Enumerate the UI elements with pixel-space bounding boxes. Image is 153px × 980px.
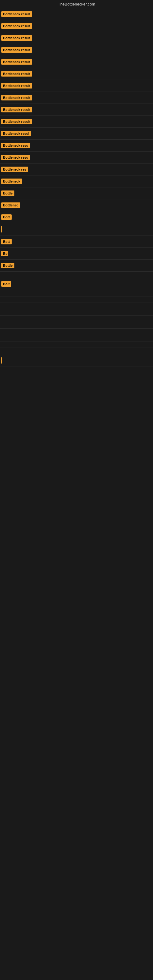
- bottleneck-badge: Bottle: [1, 191, 14, 196]
- bottleneck-badge: Bott: [1, 239, 12, 244]
- cursor-indicator-2: [1, 357, 2, 364]
- list-item: Bottleneck result: [0, 68, 153, 80]
- list-item: [0, 223, 153, 236]
- list-item: Bottleneck result: [0, 8, 153, 20]
- list-item: [0, 303, 153, 309]
- bottleneck-badge: Bottleneck result: [1, 119, 32, 124]
- list-item: Bolt: [0, 278, 153, 290]
- list-item: Bottleneck res: [0, 164, 153, 175]
- cursor-indicator: [1, 226, 2, 232]
- list-item: Bottleneck result: [0, 104, 153, 116]
- list-item: Bottleneck resu: [0, 151, 153, 164]
- list-item: [0, 309, 153, 316]
- list-item: Bottleneck: [0, 175, 153, 188]
- bottleneck-badge: Bolt: [1, 281, 11, 286]
- list-item: Bottleneck result: [0, 20, 153, 32]
- bottleneck-badge: Bottlenec: [1, 202, 20, 208]
- bottleneck-badge: Bott: [1, 215, 12, 220]
- bottleneck-badge: Bottleneck resu: [1, 143, 30, 148]
- list-item: Bottleneck result: [0, 56, 153, 68]
- list-item: Bottleneck resul: [0, 128, 153, 140]
- list-item: Bottleneck resu: [0, 140, 153, 151]
- bottleneck-badge: Bo: [1, 251, 8, 256]
- bottleneck-badge: Bottleneck resul: [1, 131, 31, 136]
- list-item: Bottlenec: [0, 199, 153, 211]
- list-item: [0, 290, 153, 296]
- bottleneck-badge: Bottleneck: [1, 178, 22, 184]
- list-item: [0, 354, 153, 367]
- list-item: Bottleneck result: [0, 44, 153, 56]
- list-item: Bottle: [0, 188, 153, 199]
- bottleneck-badge: Bottleneck result: [1, 47, 32, 52]
- bottleneck-badge: Bottleneck result: [1, 35, 32, 41]
- list-item: Bo: [0, 248, 153, 260]
- bottleneck-badge: Bottleneck result: [1, 71, 32, 76]
- bottleneck-badge: Bottleneck resu: [1, 155, 30, 160]
- bottleneck-badge: Bottleneck res: [1, 167, 28, 172]
- list-item: Bottle: [0, 260, 153, 272]
- bottleneck-badge: Bottleneck result: [1, 83, 32, 89]
- list-item: Bottleneck result: [0, 116, 153, 128]
- list-item: [0, 272, 153, 278]
- list-item: Bott: [0, 236, 153, 248]
- bottleneck-badge: Bottle: [1, 263, 14, 268]
- bottleneck-badge: Bottleneck result: [1, 59, 32, 65]
- list-item: [0, 342, 153, 348]
- bottleneck-badge: Bottleneck result: [1, 95, 32, 100]
- bottleneck-badge: Bottleneck result: [1, 11, 32, 17]
- bottleneck-badge: Bottleneck result: [1, 23, 32, 29]
- list-item: [0, 296, 153, 303]
- list-item: [0, 335, 153, 342]
- list-item: Bott: [0, 211, 153, 223]
- list-item: Bottleneck result: [0, 32, 153, 44]
- list-item: [0, 329, 153, 335]
- list-item: [0, 348, 153, 354]
- list-item: Bottleneck result: [0, 80, 153, 92]
- list-item: [0, 322, 153, 329]
- list-item: Bottleneck result: [0, 92, 153, 104]
- list-item: [0, 316, 153, 322]
- site-title: TheBottlenecker.com: [0, 0, 153, 8]
- bottleneck-badge: Bottleneck result: [1, 107, 32, 112]
